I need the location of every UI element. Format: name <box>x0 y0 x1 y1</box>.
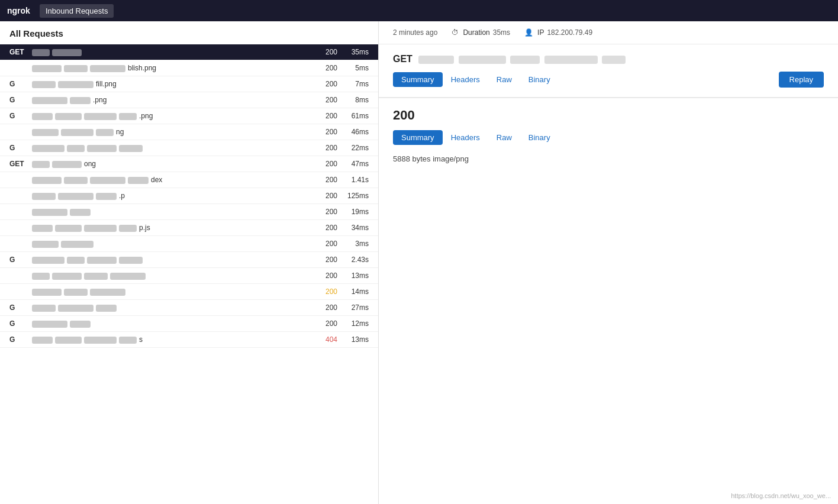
request-row[interactable]: p.js20034ms <box>0 220 378 236</box>
duration-item: Duration 35ms <box>452 28 510 37</box>
req-duration: 3ms <box>342 240 369 248</box>
req-url <box>32 256 314 264</box>
duration-value: 35ms <box>493 28 510 37</box>
response-body: 5888 bytes image/png <box>393 152 824 166</box>
request-tab-raw[interactable]: Raw <box>488 72 520 87</box>
response-tab-raw[interactable]: Raw <box>488 130 520 145</box>
req-url: s <box>32 335 314 344</box>
req-url <box>32 272 314 280</box>
request-row[interactable]: 20014ms <box>0 284 378 300</box>
req-duration: 34ms <box>342 224 369 232</box>
req-status: 200 <box>314 272 337 280</box>
url-blur-3 <box>510 56 540 64</box>
req-duration: 125ms <box>342 192 369 200</box>
req-url: dex <box>32 176 314 184</box>
url-blur-5 <box>602 56 626 64</box>
req-duration: 61ms <box>342 112 369 120</box>
req-status: 200 <box>314 224 337 232</box>
req-url-suffix: p.js <box>139 224 150 232</box>
req-duration: 14ms <box>342 287 369 296</box>
req-status: 200 <box>314 303 337 312</box>
request-row[interactable]: GET 20035ms <box>0 44 378 60</box>
replay-button[interactable]: Replay <box>779 72 824 88</box>
request-row[interactable]: ng20046ms <box>0 124 378 140</box>
request-row[interactable]: 20019ms <box>0 204 378 220</box>
req-duration: 12ms <box>342 319 369 328</box>
req-status: 200 <box>314 112 337 120</box>
req-duration: 1.41s <box>342 176 369 184</box>
request-tab-headers[interactable]: Headers <box>443 72 488 87</box>
request-row[interactable]: G .png2008ms <box>0 92 378 108</box>
req-method: G <box>9 80 28 88</box>
req-duration: 27ms <box>342 303 369 312</box>
req-url: .png <box>32 96 314 104</box>
req-url: p.js <box>32 224 314 232</box>
ip-value: 182.200.79.49 <box>547 28 592 37</box>
req-status: 200 <box>314 256 337 264</box>
ip-label: IP <box>537 28 544 37</box>
req-status: 200 <box>314 144 337 152</box>
request-row[interactable]: G 20012ms <box>0 316 378 332</box>
req-url <box>32 208 314 216</box>
request-row[interactable]: G 20027ms <box>0 300 378 316</box>
request-row[interactable]: G 2002.43s <box>0 252 378 268</box>
req-duration: 13ms <box>342 272 369 280</box>
request-row[interactable]: G s40413ms <box>0 332 378 348</box>
req-url <box>32 240 314 248</box>
req-url-suffix: ng <box>116 128 124 136</box>
req-method: G <box>9 256 28 264</box>
req-url: ong <box>32 160 314 168</box>
req-method: GET <box>9 160 28 168</box>
req-status: 200 <box>314 128 337 136</box>
response-tab-summary[interactable]: Summary <box>393 130 443 145</box>
req-status: 200 <box>314 287 337 296</box>
request-row[interactable]: G .png20061ms <box>0 108 378 124</box>
request-section: GET SummaryHeadersRawBinaryReplay <box>379 44 838 98</box>
req-url: ng <box>32 128 314 136</box>
response-status: 200 <box>393 108 824 123</box>
request-row[interactable]: G 20022ms <box>0 140 378 156</box>
req-duration: 5ms <box>342 64 369 72</box>
req-method: G <box>9 303 28 312</box>
req-url-suffix: dex <box>151 176 162 184</box>
req-status: 200 <box>314 160 337 168</box>
request-row[interactable]: G fill.png2007ms <box>0 76 378 92</box>
req-status: 200 <box>314 96 337 104</box>
req-duration: 46ms <box>342 128 369 136</box>
req-url <box>32 144 314 152</box>
duration-label: Duration <box>463 28 489 37</box>
req-url <box>32 319 314 328</box>
request-tab-summary[interactable]: Summary <box>393 72 443 87</box>
response-tab-binary[interactable]: Binary <box>520 130 559 145</box>
req-duration: 19ms <box>342 208 369 216</box>
user-icon <box>524 28 534 37</box>
url-blur-4 <box>544 56 598 64</box>
req-status: 200 <box>314 240 337 248</box>
req-url: fill.png <box>32 80 314 88</box>
req-duration: 2.43s <box>342 256 369 264</box>
request-row[interactable]: 20013ms <box>0 268 378 284</box>
req-url-suffix: s <box>139 335 143 344</box>
nav-inbound-requests[interactable]: Inbound Requests <box>40 4 114 18</box>
req-url: .p <box>32 192 314 200</box>
req-duration: 7ms <box>342 80 369 88</box>
time-ago: 2 minutes ago <box>393 28 437 37</box>
request-row[interactable]: dex2001.41s <box>0 172 378 188</box>
request-tab-binary[interactable]: Binary <box>520 72 559 87</box>
request-row[interactable]: .p200125ms <box>0 188 378 204</box>
watermark: https://blog.csdn.net/wu_xoo_we... <box>731 492 831 499</box>
req-url-suffix: blish.png <box>128 64 156 72</box>
req-status: 200 <box>314 48 337 56</box>
request-row[interactable]: 2003ms <box>0 236 378 252</box>
request-row[interactable]: GET ong20047ms <box>0 156 378 172</box>
req-status: 200 <box>314 176 337 184</box>
topnav: ngrok Inbound Requests <box>0 0 838 21</box>
brand-logo: ngrok <box>7 6 30 15</box>
req-url-suffix: .png <box>139 112 153 120</box>
response-tab-headers[interactable]: Headers <box>443 130 488 145</box>
request-method: GET <box>393 54 412 64</box>
request-row[interactable]: blish.png2005ms <box>0 60 378 76</box>
req-url: blish.png <box>32 64 314 72</box>
left-panel: All Requests GET 20035ms blish.png2005ms… <box>0 21 379 504</box>
req-url <box>32 303 314 312</box>
